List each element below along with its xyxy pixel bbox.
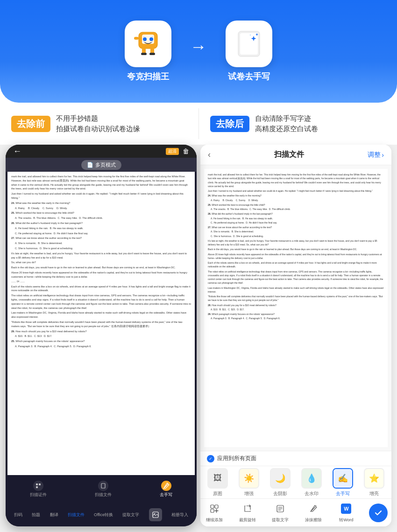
before-item: 去除前 不用手抄错题拍摄试卷自动识别试卷边缘 (0, 103, 198, 145)
svg-rect-8 (134, 37, 139, 40)
mode-icon: 📄 (87, 162, 93, 168)
action-convert-word-label: 转Word (339, 517, 353, 523)
mode-label: 多页模式 (95, 161, 116, 168)
hd-badge: 超清 (166, 148, 179, 155)
phone-doc-area: mark the trail, and allowed him to colle… (7, 172, 195, 475)
rp-back-button[interactable]: ‹ (208, 150, 211, 160)
filter-enhance-thumb: ☀️ (239, 468, 259, 489)
rp-apply-all-bar: ✓ 应用到所有页面 (200, 451, 391, 466)
svg-point-2 (143, 37, 147, 41)
filter-brighten-label: 增亮 (369, 490, 379, 497)
phone-nav-bar: ← 超清 🗑 (6, 145, 197, 158)
action-extract-text-label: 提取文字 (272, 517, 289, 523)
filter-watermark-label: 去水印 (305, 490, 319, 497)
arrow-icon: → (190, 37, 207, 56)
menu-office[interactable]: Office转换 (94, 512, 113, 518)
phone-tab-remove-writing[interactable]: 去手写 (160, 481, 172, 498)
action-crop-rotate-label: 裁剪旋转 (239, 517, 256, 523)
menu-album-label: 相册导入 (171, 512, 188, 518)
svg-rect-19 (211, 509, 214, 512)
phone-tab-scan-id[interactable]: 扫描证件 (30, 481, 47, 498)
top-section: 夸克扫描王 → 试卷去手写 (0, 0, 397, 103)
svg-rect-11 (36, 483, 38, 485)
rp-doc-text: mark the trail, and allowed him to colle… (204, 169, 388, 447)
action-crop-rotate[interactable]: 裁剪旋转 (237, 502, 258, 523)
svg-rect-12 (39, 483, 41, 485)
phone-bottom-bar: 扫码 拍题 翻译 扫描文件 Office转换 提取文字 相册导入 (6, 503, 197, 526)
rp-header: ‹ 扫描文件 调整 › (200, 145, 391, 165)
main-section: ← 超清 🗑 📄 多页模式 mark the trail, and allowe… (0, 145, 397, 532)
app1-label: 夸克扫描王 (127, 71, 169, 82)
rp-filter-bar: 🖼 原图 ☀️ 增强 🌙 去阴影 💧 去水印 (200, 466, 391, 498)
menu-scan-code[interactable]: 扫码 (14, 512, 22, 518)
menu-photo-question[interactable]: 拍题 (32, 512, 40, 518)
scan-id-icon (33, 481, 43, 491)
action-extract-text[interactable]: 提取文字 (270, 502, 291, 523)
svg-rect-10 (240, 33, 258, 55)
filter-brighten[interactable]: ⭐ 增亮 (364, 468, 384, 497)
app1-card: 夸克扫描王 (125, 21, 171, 82)
phone-mockup-left: ← 超清 🗑 📄 多页模式 mark the trail, and allowe… (6, 145, 197, 526)
app2-card: 试卷去手写 (226, 21, 272, 82)
app1-icon-wrapper (125, 21, 171, 67)
menu-extract-text[interactable]: 提取文字 (122, 512, 139, 518)
phone-trash-icon[interactable]: 🗑 (183, 147, 189, 155)
app2-label: 试卷去手写 (228, 71, 270, 82)
filter-original-thumb: 🖼 (207, 468, 228, 489)
action-convert-word[interactable]: W 转Word (336, 502, 356, 523)
menu-scan-file[interactable]: 扫描文件 (68, 512, 85, 518)
action-erase[interactable]: 涂抹擦除 (303, 502, 324, 523)
filter-watermark[interactable]: 💧 去水印 (301, 468, 322, 497)
remove-writing-icon (161, 481, 171, 491)
svg-rect-18 (215, 505, 218, 508)
svg-rect-13 (36, 486, 38, 488)
filter-shadow-label: 去阴影 (273, 490, 287, 497)
shutter-container: 去手写 (160, 481, 172, 498)
scan-id-label: 扫描证件 (30, 492, 47, 498)
after-text: 自动清除手写字迹高精度还原空白试卷 (255, 113, 318, 134)
remove-writing-label: 去手写 (160, 492, 172, 498)
convert-word-icon: W (340, 502, 353, 515)
menu-translate[interactable]: 翻译 (50, 512, 58, 518)
filter-remove-writing-thumb: ✍️ (333, 468, 353, 489)
erase-icon (307, 502, 320, 515)
phone-tab-scan-doc[interactable]: 扫描文件 (95, 481, 112, 498)
svg-rect-6 (141, 53, 147, 55)
phone-back-button[interactable]: ← (13, 147, 21, 156)
action-add-more-label: 继续添加 (206, 517, 223, 523)
right-panel: ‹ 扫描文件 调整 › mark the trail, and allowed … (200, 145, 391, 526)
scan-doc-label: 扫描文件 (95, 492, 112, 498)
before-badge: 去除前 (11, 116, 50, 132)
action-add-more[interactable]: 继续添加 (204, 502, 225, 523)
after-item: 去除后 自动清除手写字迹高精度还原空白试卷 (199, 103, 397, 145)
apply-all-label: 应用到所有页面 (217, 455, 256, 462)
phone-mode-bar: 📄 多页模式 (6, 158, 197, 172)
rp-adjust-label: 调整 (368, 151, 381, 159)
rp-title: 扫描文件 (274, 150, 304, 160)
phone-bottom-tabs: 扫描证件 扫描文件 去手写 (6, 475, 197, 503)
filter-brighten-thumb: ⭐ (364, 468, 384, 489)
confirm-button[interactable] (369, 504, 388, 522)
filter-enhance-label: 增强 (244, 490, 254, 497)
album-import-button[interactable] (149, 508, 162, 521)
rp-adjust-button[interactable]: 调整 › (368, 151, 384, 159)
mode-pill[interactable]: 📄 多页模式 (81, 160, 121, 170)
add-more-icon (208, 502, 221, 515)
filter-enhance[interactable]: ☀️ 增强 (239, 468, 259, 497)
after-badge: 去除后 (210, 116, 249, 132)
scan-doc-icon (98, 481, 108, 491)
svg-rect-7 (149, 53, 155, 55)
app2-icon-wrapper (226, 21, 272, 67)
filter-remove-writing[interactable]: ✍️ 去手写 (333, 468, 353, 497)
filter-original[interactable]: 🖼 原图 (207, 468, 228, 497)
phone-top-icons: 超清 🗑 (166, 147, 189, 155)
svg-rect-17 (211, 505, 214, 508)
filter-original-label: 原图 (213, 490, 222, 497)
before-text: 不用手抄错题拍摄试卷自动识别试卷边缘 (56, 113, 140, 134)
filter-shadow[interactable]: 🌙 去阴影 (270, 468, 291, 497)
filter-shadow-thumb: 🌙 (270, 468, 291, 489)
rp-action-bar: 继续添加 裁剪旋转 提取文字 涂抹擦除 (200, 498, 391, 526)
action-erase-label: 涂抹擦除 (305, 517, 322, 523)
svg-rect-14 (101, 483, 105, 488)
ba-section: 去除前 不用手抄错题拍摄试卷自动识别试卷边缘 去除后 自动清除手写字迹高精度还原… (0, 103, 397, 145)
